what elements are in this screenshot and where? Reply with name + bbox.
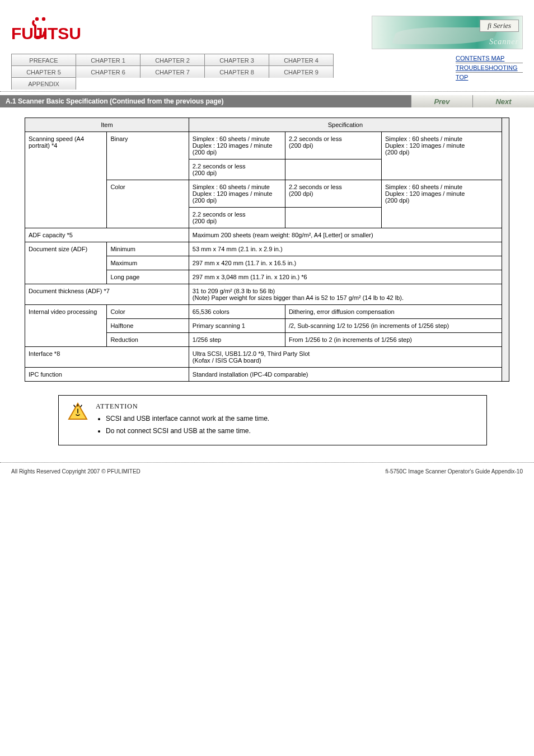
- cell-category: Scanning speed (A4 portrait) *4: [25, 132, 107, 228]
- cell-sub: Maximum: [107, 256, 189, 270]
- cell-val: 65,536 colors: [189, 305, 285, 319]
- cell-val: Simplex : 60 sheets / minute Duplex : 12…: [381, 132, 502, 180]
- cell-val: 2.2 seconds or less (200 dpi): [189, 159, 285, 180]
- cell-val: 2.2 seconds or less (200 dpi): [189, 208, 285, 228]
- cell-val: Ultra SCSI, USB1.1/2.0 *9, Third Party S…: [189, 347, 502, 368]
- tab-label: CHAPTER 9: [284, 69, 318, 76]
- link-top[interactable]: TOP: [456, 73, 478, 82]
- cell-val: 31 to 209 g/m² (8.3 lb to 56 lb) (Note) …: [189, 284, 502, 305]
- fi-series-label: fi Series: [480, 20, 519, 32]
- attention-icon: [67, 401, 89, 436]
- tab-label: CHAPTER 6: [91, 69, 125, 76]
- table-row: Internal video processing Color 65,536 c…: [25, 305, 509, 319]
- tab-chapter-5[interactable]: CHAPTER 5: [11, 65, 76, 78]
- cell-sub: Binary: [107, 132, 189, 180]
- attention-heading: ATTENTION: [96, 401, 269, 411]
- cell-val: Simplex : 60 sheets / minute Duplex : 12…: [189, 180, 285, 208]
- th-item: Item: [25, 118, 189, 132]
- cell-sub: Long page: [107, 270, 189, 284]
- tab-label: CHAPTER 7: [155, 69, 190, 76]
- cell-sub: Minimum: [107, 242, 189, 256]
- side-black-strip: [502, 118, 509, 382]
- cell-category: IPC function: [25, 368, 189, 382]
- tab-label: APPENDIX: [28, 81, 59, 87]
- cell-sub: Halftone: [107, 319, 189, 333]
- tab-label: CHAPTER 5: [26, 69, 61, 76]
- cell-val: Dithering, error diffusion compensation: [285, 305, 502, 319]
- prev-button[interactable]: Prev: [411, 95, 472, 107]
- table-row: IPC function Standard installation (IPC-…: [25, 368, 509, 382]
- cell-sub: Color: [107, 180, 189, 228]
- cell-category: Internal video processing: [25, 305, 107, 347]
- next-button[interactable]: Next: [472, 95, 534, 107]
- link-troubleshooting[interactable]: TROUBLESHOOTING: [456, 63, 523, 73]
- tab-chapter-1[interactable]: CHAPTER 1: [76, 54, 140, 66]
- cell-val: 297 mm x 3,048 mm (11.7 in. x 120 in.) *…: [189, 270, 502, 284]
- svg-text:FUJITSU: FUJITSU: [11, 24, 81, 43]
- divider: [0, 91, 534, 92]
- table-row: ADF capacity *5 Maximum 200 sheets (ream…: [25, 228, 509, 242]
- cell-val: [285, 208, 381, 228]
- tab-label: CHAPTER 1: [91, 57, 125, 64]
- cell-val: 53 mm x 74 mm (2.1 in. x 2.9 in.): [189, 242, 502, 256]
- attention-note: ATTENTION SCSI and USB interface cannot …: [58, 395, 487, 445]
- table-header-row: Item Specification: [25, 118, 509, 132]
- cell-val: Maximum 200 sheets (ream weight: 80g/m²,…: [189, 228, 502, 242]
- cell-val: 1/256 step: [189, 333, 285, 347]
- tab-label: CHAPTER 8: [219, 69, 254, 76]
- tab-label: PREFACE: [29, 57, 58, 64]
- tab-chapter-6[interactable]: CHAPTER 6: [76, 65, 140, 78]
- tab-chapter-9[interactable]: CHAPTER 9: [269, 65, 334, 78]
- cell-val: From 1/256 to 2 (in increments of 1/256 …: [285, 333, 502, 347]
- th-spec: Specification: [189, 118, 502, 132]
- cell-val: Simplex : 60 sheets / minute Duplex : 12…: [381, 180, 502, 228]
- table-row: Scanning speed (A4 portrait) *4 Binary S…: [25, 132, 509, 159]
- tab-chapter-8[interactable]: CHAPTER 8: [204, 65, 269, 78]
- table-row: Document thickness (ADF) *7 31 to 209 g/…: [25, 284, 509, 305]
- chapter-tabs: PREFACE CHAPTER 1 CHAPTER 2 CHAPTER 3 CH…: [11, 54, 336, 89]
- cell-val: 2.2 seconds or less (200 dpi): [285, 180, 381, 208]
- cell-val: [285, 159, 381, 180]
- cell-category: ADF capacity *5: [25, 228, 189, 242]
- footer-pageref: fi-5750C Image Scanner Operator's Guide …: [386, 468, 523, 475]
- cell-val: 297 mm x 420 mm (11.7 in. x 16.5 in.): [189, 256, 502, 270]
- scanner-watermark: Scanner: [489, 37, 519, 46]
- cell-category: Document thickness (ADF) *7: [25, 284, 189, 305]
- footer-copyright: All Rights Reserved Copyright 2007 © PFU…: [11, 468, 140, 475]
- tab-label: CHAPTER 4: [284, 57, 318, 64]
- cell-category: Interface *8: [25, 347, 189, 368]
- table-row: Document size (ADF) Minimum 53 mm x 74 m…: [25, 242, 509, 256]
- tab-chapter-4[interactable]: CHAPTER 4: [269, 54, 334, 66]
- page-footer: All Rights Reserved Copyright 2007 © PFU…: [0, 462, 534, 497]
- attention-line: Do not connect SCSI and USB at the same …: [106, 426, 269, 436]
- tab-chapter-7[interactable]: CHAPTER 7: [140, 65, 205, 78]
- title-bar: A.1 Scanner Basic Specification (Continu…: [0, 95, 534, 107]
- attention-line: SCSI and USB interface cannot work at th…: [106, 414, 269, 424]
- cell-sub: Color: [107, 305, 189, 319]
- cell-val: Primary scanning 1: [189, 319, 285, 333]
- tab-appendix[interactable]: APPENDIX: [11, 77, 76, 90]
- tab-label: CHAPTER 3: [219, 57, 254, 64]
- page-title: A.1 Scanner Basic Specification (Continu…: [6, 97, 223, 105]
- fujitsu-logo: FUJITSU: [11, 16, 84, 43]
- cell-val: 2.2 seconds or less (200 dpi): [285, 132, 381, 159]
- cell-sub: Reduction: [107, 333, 189, 347]
- svg-point-1: [42, 17, 45, 21]
- cell-val: Simplex : 60 sheets / minute Duplex : 12…: [189, 132, 285, 159]
- table-row: Interface *8 Ultra SCSI, USB1.1/2.0 *9, …: [25, 347, 509, 368]
- link-contents-map[interactable]: CONTENTS MAP: [456, 54, 523, 63]
- tab-label: CHAPTER 2: [155, 57, 190, 64]
- tab-chapter-2[interactable]: CHAPTER 2: [140, 54, 205, 66]
- spec-table: Item Specification Scanning speed (A4 po…: [25, 118, 509, 382]
- fi-series-banner: fi Series Scanner: [372, 16, 523, 49]
- tab-chapter-3[interactable]: CHAPTER 3: [204, 54, 269, 66]
- cell-val: Standard installation (IPC-4D comparable…: [189, 368, 502, 382]
- side-link-list: CONTENTS MAP TROUBLESHOOTING TOP: [456, 54, 523, 82]
- cell-val: /2, Sub-scanning 1/2 to 1/256 (in increm…: [285, 319, 502, 333]
- tab-preface[interactable]: PREFACE: [11, 54, 76, 66]
- svg-point-0: [35, 17, 39, 21]
- cell-category: Document size (ADF): [25, 242, 107, 284]
